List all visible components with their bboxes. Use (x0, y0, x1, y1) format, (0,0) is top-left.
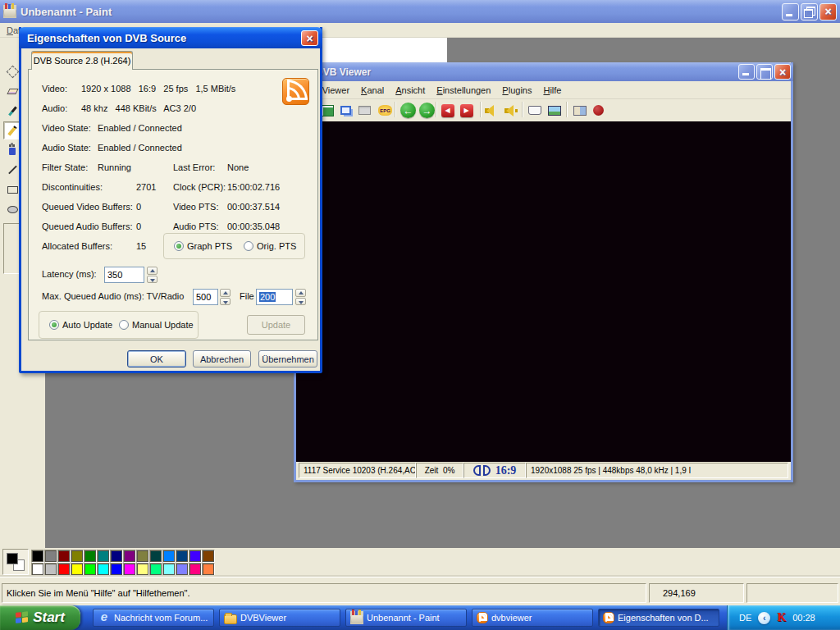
toolbar-epg-icon[interactable]: EPG (377, 102, 394, 119)
pts-groupbox: Graph PTS Orig. PTS (163, 233, 305, 259)
color-swatch[interactable] (189, 550, 202, 563)
menu-dvb-plugins[interactable]: Plugins (496, 84, 537, 97)
color-swatch[interactable] (57, 563, 71, 576)
dvb-minimize-button[interactable] (738, 64, 755, 80)
manual-update-radio[interactable] (119, 320, 129, 330)
toolbar-seek-back-icon[interactable]: ◀ (439, 102, 456, 119)
task-label: dvbviewer (491, 613, 532, 623)
graph-pts-radio[interactable] (174, 241, 184, 251)
color-swatch[interactable] (162, 550, 176, 563)
color-swatch[interactable] (136, 563, 149, 576)
dvb-close-button[interactable]: × (774, 64, 791, 80)
menu-dvb-kanal[interactable]: Kanal (355, 84, 390, 97)
start-button[interactable]: Start (0, 605, 80, 630)
restore-button[interactable] (801, 3, 818, 21)
color-swatch[interactable] (176, 563, 189, 576)
tab-dvb-source[interactable]: DVB Source 2.8 (H.264) (31, 51, 133, 70)
color-swatch[interactable] (44, 550, 57, 563)
orig-pts-radio[interactable] (244, 241, 253, 251)
dvbviewer-statusbar: 1117 Service 10203 (H.264,AC3) Zeit 0% 1… (296, 462, 791, 480)
toolbar-record-icon[interactable] (590, 102, 607, 119)
color-swatch[interactable] (123, 563, 136, 576)
color-swatch[interactable] (31, 550, 44, 563)
dvb-maximize-button[interactable] (756, 64, 773, 80)
graph-pts-label: Graph PTS (187, 241, 232, 251)
toolbar-separator (480, 102, 482, 117)
color-swatch[interactable] (176, 550, 189, 563)
color-swatch[interactable] (71, 550, 84, 563)
taskbar-task-eigenschaften-von-d[interactable]: Eigenschaften von D... (598, 609, 719, 627)
toolbar-teletext-icon[interactable] (526, 102, 543, 119)
taskbar-task-dvbviewer[interactable]: dvbviewer (472, 609, 593, 627)
toolbar-nav-back-icon[interactable]: ← (399, 102, 417, 119)
video-area[interactable] (296, 121, 791, 462)
color-swatch[interactable] (57, 550, 71, 563)
color-swatch[interactable] (44, 563, 57, 576)
dialog-stat-label: Queued Audio Buffers: (42, 221, 133, 231)
dialog-stat-rlabel: Video PTS: (173, 202, 218, 212)
paint-status-coordinates: 294,169 (649, 583, 744, 603)
latency-spinner[interactable] (147, 267, 158, 283)
color-swatch[interactable] (97, 550, 110, 563)
close-button[interactable]: × (819, 3, 837, 21)
taskbar-task-dvbviewer[interactable]: DVBViewer (219, 609, 340, 627)
toolbar-volume-down-icon[interactable] (482, 102, 500, 119)
color-swatch[interactable] (31, 563, 44, 576)
ok-button[interactable]: OK (127, 350, 186, 368)
menu-dvb-hilfe[interactable]: Hilfe (537, 84, 567, 97)
color-swatch[interactable] (97, 563, 110, 576)
color-swatch[interactable] (84, 550, 97, 563)
file-spinner[interactable] (295, 289, 306, 305)
color-swatch[interactable] (162, 563, 176, 576)
dvb-status-aspect: 16:9 (463, 463, 526, 478)
tv-radio-input[interactable]: 500 (193, 289, 218, 305)
latency-label: Latency (ms): (42, 269, 97, 279)
toolbar-nav-forward-icon[interactable]: → (418, 102, 436, 119)
dialog-stat-label: Discontinuities: (42, 182, 103, 192)
auto-update-radio[interactable] (49, 320, 59, 330)
color-swatch[interactable] (189, 563, 202, 576)
update-groupbox: Auto Update Manual Update (39, 311, 199, 339)
color-swatch[interactable] (202, 563, 215, 576)
color-swatch[interactable] (71, 563, 84, 576)
taskbar-task-unbenannt-paint[interactable]: Unbenannt - Paint (345, 609, 467, 627)
dialog-close-button[interactable]: × (301, 30, 318, 46)
dialog-stat-label: Allocated Buffers: (42, 241, 112, 251)
toolbar-video-window-icon[interactable] (337, 102, 354, 119)
toolbar-seek-forward-icon[interactable]: ▶ (458, 102, 475, 119)
color-swatch[interactable] (149, 563, 162, 576)
cancel-button[interactable]: Abbrechen (193, 350, 251, 368)
color-swatch[interactable] (136, 550, 149, 563)
dialog-stat-value: Running (98, 162, 131, 172)
apply-button[interactable]: Übernehmen (258, 350, 317, 368)
task-label: Unbenannt - Paint (367, 613, 440, 623)
file-input[interactable]: 200 (256, 289, 293, 305)
taskbar-task-nachricht-vom-forum[interactable]: eNachricht vom Forum... (93, 609, 214, 627)
file-label: File (240, 291, 254, 301)
color-swatch[interactable] (202, 550, 215, 563)
dialog-stat-value: 0 (136, 221, 141, 231)
toolbar-separator (522, 102, 523, 117)
color-swatch[interactable] (110, 563, 123, 576)
color-swatch[interactable] (123, 550, 136, 563)
menu-dvb-ansicht[interactable]: Ansicht (390, 84, 431, 97)
toolbar-options-icon[interactable] (571, 102, 588, 119)
kaspersky-icon[interactable]: K (777, 611, 786, 624)
paint-titlebar: Unbenannt - Paint × (0, 0, 840, 23)
toolbar-volume-up-icon[interactable] (502, 102, 519, 119)
color-swatch[interactable] (110, 550, 123, 563)
current-colors-indicator (2, 549, 29, 575)
update-button[interactable]: Update (247, 315, 305, 335)
minimize-button[interactable] (782, 3, 799, 21)
toolbar-osd-window-icon[interactable] (356, 102, 373, 119)
toolbar-separator (395, 102, 396, 117)
foreground-color-swatch[interactable] (7, 553, 18, 564)
color-swatch[interactable] (149, 550, 162, 563)
color-swatch[interactable] (84, 563, 97, 576)
latency-input[interactable]: 350 (104, 267, 144, 283)
tv-radio-spinner[interactable] (220, 289, 231, 305)
language-indicator[interactable]: DE (739, 613, 751, 623)
tray-chevron-icon[interactable]: ‹ (758, 612, 770, 624)
menu-dvb-einstellungen[interactable]: Einstellungen (431, 84, 496, 97)
toolbar-screenshot-icon[interactable] (546, 102, 563, 119)
